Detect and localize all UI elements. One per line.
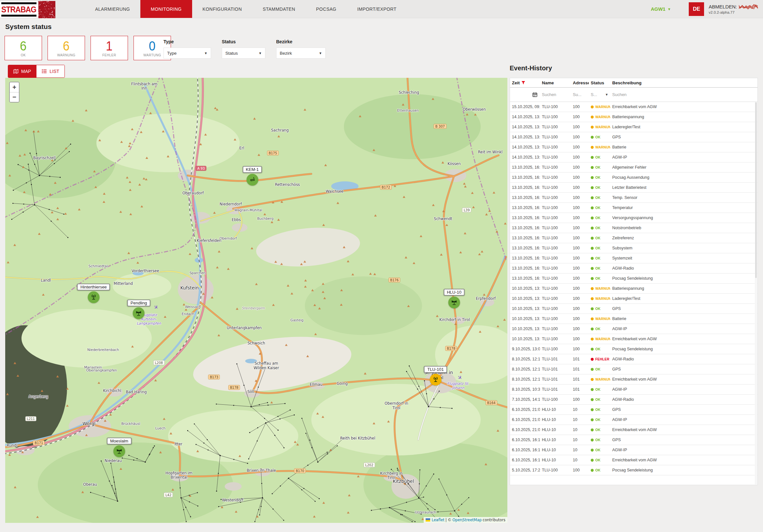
logout-link[interactable]: ABMELDEN: <box>708 4 737 9</box>
nav-item-stammdaten[interactable]: STAMMDATEN <box>252 0 306 18</box>
event-time: 10.10.2025, 13:07:36 <box>510 337 540 341</box>
event-history-row[interactable]: 6.10.2025, 16:15:06HLU-1010OKGPS <box>510 435 757 445</box>
event-history-row[interactable]: 7.10.2025, 14:15:33TLU-100100OKAGW-Radio <box>510 395 757 405</box>
map-place-label: Ebbs <box>232 218 241 222</box>
event-history-row[interactable]: 14.10.2025, 13:52:45TLU-100100OKAGW-IP <box>510 153 757 162</box>
event-time: 13.10.2025, 16:59:27 <box>510 226 540 230</box>
event-history-row[interactable]: 15.10.2025, 09:04:35TLU-100100WARNUNGErr… <box>510 102 757 112</box>
event-history-row[interactable]: 8.10.2025, 12:19:03TLU-101101WARNUNGErre… <box>510 374 757 384</box>
event-history-row[interactable]: 9.10.2025, 13:07:39TLU-100100OKPocsag Se… <box>510 344 757 354</box>
event-history-row[interactable]: 13.10.2025, 16:59:27TLU-100100OKPocsag A… <box>510 172 757 183</box>
map[interactable]: Flintsbach am InnSchlechingEttenhausenOb… <box>5 78 507 523</box>
event-history-row[interactable]: 10.10.2025, 13:09:03TLU-100100WARNUNGLad… <box>510 294 757 304</box>
event-history-row[interactable]: 6.10.2025, 21:06:57HLU-1010OKGPS <box>510 405 757 415</box>
status-text: OK <box>595 266 600 270</box>
zoom-in-button[interactable]: + <box>10 82 19 92</box>
filter-select-bezirke[interactable]: Bezirk▼ <box>276 48 326 58</box>
list-view-button[interactable]: LIST <box>36 65 64 77</box>
status-filter-select[interactable]: S... ▼ <box>589 92 610 97</box>
zeit-filter[interactable] <box>510 92 540 97</box>
marker-antenna-icon[interactable] <box>88 291 99 303</box>
nav-item-konfiguration[interactable]: KONFIGURATION <box>192 0 252 18</box>
table-scrollbar[interactable] <box>755 102 757 484</box>
marker-antenna-icon[interactable] <box>430 374 441 385</box>
beschreibung-search-input[interactable]: Suchen <box>610 92 757 97</box>
nav-item-monitoring[interactable]: MONITORING <box>140 0 192 18</box>
event-history-row[interactable]: 8.10.2025, 12:19:27TLU-101101FEHLERAGW-R… <box>510 354 757 364</box>
event-history-row[interactable]: 10.10.2025, 13:07:46TLU-100100OKGPS <box>510 304 757 314</box>
status-card-warnung[interactable]: 6WARNUNG <box>48 36 85 60</box>
event-history-row[interactable]: 10.10.2025, 13:07:42TLU-100100WARNUNGBat… <box>510 314 757 324</box>
event-history-row[interactable]: 8.10.2025, 12:19:16TLU-101101OKGPS <box>510 364 757 374</box>
road-ref-badge: B164 <box>486 400 497 405</box>
event-history-row[interactable]: 13.10.2025, 16:59:27TLU-100100OKLetzter … <box>510 183 757 193</box>
marker-siren-icon[interactable] <box>113 445 125 457</box>
event-history-row[interactable]: 10.10.2025, 13:07:36TLU-100100WARNUNGErr… <box>510 334 757 344</box>
scrollbar-thumb[interactable] <box>755 102 757 278</box>
map-marker-kem-1[interactable]: KEM-1 <box>243 166 262 185</box>
adresse-search-input[interactable]: Su... <box>571 92 589 97</box>
event-history-row[interactable]: 14.10.2025, 13:53:50TLU-100100WARNUNGLad… <box>510 122 757 132</box>
column-header-adresse[interactable]: Adresse <box>571 80 589 85</box>
event-description: GPS <box>610 135 757 139</box>
map-view-button[interactable]: MAP <box>8 65 36 77</box>
nav-item-alarmierung[interactable]: ALARMIERUNG <box>85 0 140 18</box>
map-marker-hlu-10[interactable]: HLU-10 <box>444 289 465 308</box>
filter-value: Bezirk <box>280 51 292 56</box>
event-name: TLU-100 <box>540 115 571 119</box>
event-history-row[interactable]: 14.10.2025, 13:52:54TLU-100100OKGPS <box>510 132 757 142</box>
event-status: OK <box>589 226 610 230</box>
marker-siren-icon[interactable] <box>133 307 145 319</box>
column-header-status[interactable]: Status <box>589 80 610 85</box>
road-ref-badge: B175 <box>267 151 279 156</box>
language-badge[interactable]: DE <box>689 2 704 16</box>
calendar-icon[interactable] <box>532 92 537 97</box>
event-name: TLU-101 <box>540 357 571 362</box>
event-history-row[interactable]: 8.10.2025, 10:36:10TLU-101101OKAGW-IP <box>510 384 757 395</box>
status-dot-icon <box>591 227 594 230</box>
event-history-row[interactable]: 10.10.2025, 13:07:36TLU-100100OKAGW-IP <box>510 324 757 334</box>
event-history-row[interactable]: 13.10.2025, 16:59:27TLU-100100OKZeitrefe… <box>510 233 757 243</box>
event-history-row[interactable]: 10.10.2025, 13:09:41TLU-100100WARNUNGBat… <box>510 283 757 294</box>
event-history-row[interactable]: 6.10.2025, 21:06:47HLU-1010OKAGW-IP <box>510 415 757 425</box>
map-marker-tlu-101[interactable]: TLU-101 <box>424 366 447 385</box>
filter-select-status[interactable]: Status▼ <box>222 48 266 58</box>
event-history-row[interactable]: 13.10.2025, 16:59:25TLU-100100OKPocsag S… <box>510 273 757 283</box>
event-history-row[interactable]: 13.10.2025, 16:59:27TLU-100100OKTemp. Se… <box>510 193 757 203</box>
status-card-ok[interactable]: 6OK <box>5 36 42 60</box>
marker-console-icon[interactable] <box>247 174 258 185</box>
event-history-row[interactable]: 13.10.2025, 16:59:27TLU-100100OKSubsyste… <box>510 243 757 253</box>
event-history-row[interactable]: 13.10.2025, 16:59:27TLU-100100OKAGW-Radi… <box>510 264 757 273</box>
strabag-logo[interactable]: STRABAG <box>0 0 55 18</box>
status-label: WARNUNG <box>57 53 75 57</box>
event-history-row[interactable]: 13.10.2025, 16:59:27TLU-100100OKVersorgu… <box>510 213 757 223</box>
map-marker-moeslalm[interactable]: Moeslalm <box>107 438 132 457</box>
event-history-row[interactable]: 6.10.2025, 16:14:56HLU-1010OKAGW-IP <box>510 445 757 455</box>
name-search-input[interactable]: Suchen <box>540 92 571 97</box>
nav-item-pocsag[interactable]: POCSAG <box>306 0 347 18</box>
event-history-row[interactable]: 13.10.2025, 16:59:27TLU-100100OKNotstrom… <box>510 223 757 233</box>
leaflet-link[interactable]: Leaflet <box>432 518 445 522</box>
map-marker-hinterthiersee[interactable]: Hinterthiersee <box>77 283 110 303</box>
event-history-row[interactable]: 6.10.2025, 21:06:46HLU-1010OKErreichbark… <box>510 425 757 435</box>
filter-funnel-icon[interactable] <box>521 81 525 85</box>
status-dot-icon <box>591 105 594 108</box>
status-card-fehler[interactable]: 1FEHLER <box>90 36 128 60</box>
marker-siren-icon[interactable] <box>448 297 460 308</box>
event-history-row[interactable]: 13.10.2025, 16:59:27TLU-100100OKAllgemei… <box>510 162 757 172</box>
event-history-row[interactable]: 14.10.2025, 13:52:50TLU-100100WARNUNGBat… <box>510 142 757 153</box>
event-history-row[interactable]: 14.10.2025, 13:54:50TLU-100100WARNUNGBat… <box>510 112 757 122</box>
event-history-row[interactable]: 13.10.2025, 16:59:27TLU-100100OKSystemze… <box>510 253 757 264</box>
column-header-zeit[interactable]: Zeit <box>510 80 540 85</box>
agw-selector[interactable]: AGW1 ▼ <box>651 6 671 12</box>
column-header-name[interactable]: Name <box>540 80 571 85</box>
osm-link[interactable]: OpenStreetMap <box>452 518 482 522</box>
event-history-row[interactable]: 6.10.2025, 16:14:55HLU-1010OKErreichbark… <box>510 455 757 465</box>
event-history-row[interactable]: 13.10.2025, 16:59:27TLU-100100OKTemperat… <box>510 203 757 213</box>
zoom-out-button[interactable]: − <box>10 92 19 102</box>
filter-select-type[interactable]: Type▼ <box>164 48 211 58</box>
event-history-row[interactable]: 5.10.2025, 17:29:13TLU-100100OKPocsag Se… <box>510 465 757 476</box>
nav-item-import-export[interactable]: IMPORT/EXPORT <box>347 0 407 18</box>
column-header-beschreibung[interactable]: Beschreibung <box>610 80 757 85</box>
map-marker-pendling[interactable]: Pendling <box>127 299 151 319</box>
